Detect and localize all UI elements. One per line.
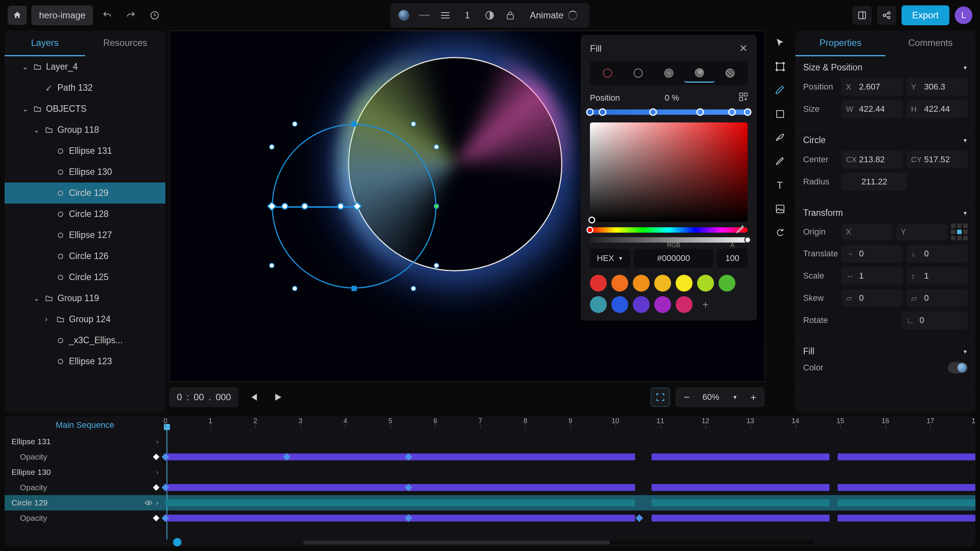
- lock-button[interactable]: [502, 7, 518, 23]
- layer-row[interactable]: ›Group 124: [5, 309, 165, 330]
- rotate-input[interactable]: ∟0: [902, 311, 968, 329]
- main-sequence-label[interactable]: Main Sequence: [5, 416, 165, 434]
- eyedropper-icon[interactable]: [732, 222, 748, 237]
- layer-row[interactable]: ⌄Group 119: [5, 288, 165, 309]
- layer-row[interactable]: Ellipse 127: [5, 225, 165, 246]
- tab-resources[interactable]: Resources: [85, 31, 165, 56]
- export-button[interactable]: Export: [902, 5, 949, 25]
- zoom-dropdown[interactable]: ▼: [727, 390, 743, 405]
- opacity-button[interactable]: [482, 7, 498, 23]
- timeline-track[interactable]: Circle 129›: [5, 495, 975, 510]
- color-swatch[interactable]: [654, 275, 671, 292]
- color-area[interactable]: [590, 122, 748, 222]
- zoom-out-button[interactable]: −: [679, 390, 694, 405]
- layer-row[interactable]: Ellipse 131: [5, 140, 165, 161]
- project-name[interactable]: hero-image: [31, 5, 93, 25]
- timeline-ruler[interactable]: 0123456789101112131415161718: [165, 416, 975, 434]
- home-button[interactable]: [8, 6, 27, 25]
- repeat-tool[interactable]: [772, 224, 789, 241]
- cx-input[interactable]: CX213.82: [841, 151, 903, 168]
- h-input[interactable]: H422.44: [906, 100, 968, 118]
- fill-type-radial[interactable]: [653, 64, 684, 83]
- chevron-down-icon[interactable]: ▼: [962, 210, 968, 216]
- fill-type-linear[interactable]: [623, 64, 653, 83]
- layer-row[interactable]: ⌄OBJECTS: [5, 98, 165, 119]
- layer-row[interactable]: Circle 129: [5, 183, 165, 204]
- pen-tool[interactable]: [772, 82, 789, 99]
- alpha-input[interactable]: A100: [717, 249, 748, 268]
- pencil-tool[interactable]: [772, 153, 789, 170]
- timeline-track[interactable]: Opacity: [5, 510, 975, 526]
- layer-row[interactable]: Path 132: [5, 77, 165, 98]
- layer-row[interactable]: ⌄Group 118: [5, 119, 165, 140]
- chevron-down-icon[interactable]: ▼: [962, 65, 968, 71]
- hex-input[interactable]: RGB#000000: [634, 249, 713, 268]
- color-swatch[interactable]: [611, 296, 628, 313]
- history-button[interactable]: [145, 6, 164, 25]
- zoom-value[interactable]: 60%: [697, 392, 724, 402]
- color-swatch[interactable]: [611, 275, 628, 292]
- color-swatch[interactable]: [590, 275, 607, 292]
- play-button[interactable]: [268, 388, 287, 407]
- align-button[interactable]: [437, 7, 453, 23]
- sy-input[interactable]: ↕1: [906, 267, 968, 285]
- layer-row[interactable]: _x3C_Ellips...: [5, 330, 165, 351]
- radius-input[interactable]: 211.22: [841, 173, 907, 191]
- timeline-scrubber[interactable]: [173, 538, 181, 546]
- gradient-slider[interactable]: [590, 109, 748, 115]
- timeline-hscroll[interactable]: [303, 541, 815, 544]
- transform-tool[interactable]: [772, 58, 789, 75]
- tab-properties[interactable]: Properties: [795, 31, 885, 56]
- w-input[interactable]: W422.44: [841, 100, 903, 118]
- color-swatch[interactable]: [590, 296, 607, 313]
- share-button[interactable]: [877, 6, 896, 25]
- rect-tool[interactable]: [772, 106, 789, 122]
- animate-button[interactable]: Animate: [523, 6, 584, 24]
- tx-input[interactable]: →0: [841, 245, 903, 262]
- close-icon[interactable]: ✕: [739, 42, 748, 54]
- color-swatch[interactable]: [654, 296, 671, 313]
- color-swatch[interactable]: [633, 296, 650, 313]
- hue-slider[interactable]: [590, 227, 748, 233]
- rewind-button[interactable]: [244, 388, 263, 407]
- layer-row[interactable]: Circle 126: [5, 246, 165, 267]
- text-tool[interactable]: T: [772, 177, 789, 194]
- panel-toggle-button[interactable]: [853, 6, 872, 25]
- avatar[interactable]: L: [955, 7, 972, 24]
- color-swatch[interactable]: [719, 275, 735, 292]
- ty-input[interactable]: ↓0: [906, 245, 968, 262]
- undo-button[interactable]: [98, 6, 117, 25]
- timeline-track[interactable]: Opacity: [5, 449, 975, 465]
- layer-row[interactable]: Circle 125: [5, 267, 165, 288]
- layer-row[interactable]: ⌄Layer_4: [5, 56, 165, 77]
- timeline-track[interactable]: Ellipse 131›: [5, 434, 975, 449]
- grid-icon[interactable]: [739, 93, 748, 103]
- timeline-track[interactable]: Opacity: [5, 480, 975, 495]
- kx-input[interactable]: ▱0: [841, 289, 903, 307]
- origin-grid[interactable]: [951, 223, 968, 240]
- stroke-width-input[interactable]: 1: [458, 10, 477, 21]
- timeline-track[interactable]: Ellipse 130›: [5, 465, 975, 480]
- color-swatch[interactable]: [676, 296, 693, 313]
- x-input[interactable]: X2.607: [841, 78, 903, 96]
- color-swatch[interactable]: [697, 275, 714, 292]
- color-swatch[interactable]: [676, 275, 693, 292]
- stroke-style-button[interactable]: [416, 7, 433, 23]
- tab-comments[interactable]: Comments: [885, 31, 975, 56]
- layer-row[interactable]: Ellipse 123: [5, 351, 165, 372]
- fill-type-solid[interactable]: [592, 64, 623, 83]
- fill-type-radial2[interactable]: [684, 64, 715, 83]
- select-tool[interactable]: [772, 34, 789, 51]
- brush-tool[interactable]: [772, 129, 789, 146]
- selection-bbox[interactable]: [272, 124, 436, 289]
- layer-row[interactable]: Ellipse 130: [5, 161, 165, 183]
- chevron-down-icon[interactable]: ▼: [962, 349, 968, 355]
- y-input[interactable]: Y306.3: [906, 78, 968, 96]
- redo-button[interactable]: [121, 6, 140, 25]
- image-tool[interactable]: [772, 201, 789, 217]
- origin-x-input[interactable]: X: [841, 224, 892, 240]
- color-mode-select[interactable]: HEX ▼: [590, 249, 630, 268]
- fit-view-button[interactable]: [651, 388, 670, 407]
- position-value[interactable]: 0 %: [665, 93, 679, 103]
- add-swatch-button[interactable]: +: [697, 296, 714, 313]
